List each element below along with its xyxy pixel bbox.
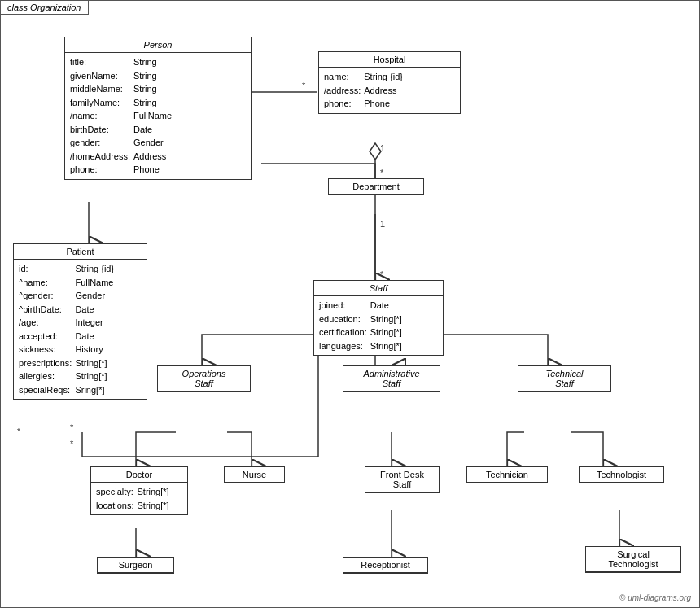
- staff-box: Staff joined:Date education:String[*] ce…: [313, 280, 444, 356]
- department-title: Department: [329, 179, 423, 195]
- front-desk-staff-box: Front Desk Staff: [365, 466, 440, 493]
- hospital-body: name:String {id} /address:Address phone:…: [319, 68, 460, 113]
- copyright-text: © uml-diagrams.org: [619, 593, 691, 602]
- surgical-technologist-title: Surgical Technologist: [586, 547, 680, 572]
- mult-patient-bottom: *: [17, 427, 20, 436]
- technologist-title: Technologist: [580, 467, 663, 483]
- hospital-box: Hospital name:String {id} /address:Addre…: [318, 51, 461, 114]
- surgeon-title: Surgeon: [98, 558, 173, 573]
- person-box: Person title:String givenName:String mid…: [64, 37, 252, 180]
- operations-staff-box: Operations Staff: [157, 365, 251, 392]
- svg-text:1: 1: [380, 219, 385, 229]
- doctor-body: specialty:String[*] locations:String[*]: [91, 483, 187, 514]
- svg-text:*: *: [70, 439, 74, 448]
- front-desk-staff-title: Front Desk Staff: [365, 467, 439, 492]
- svg-text:*: *: [70, 422, 74, 432]
- patient-box: Patient id:String {id} ^name:FullName ^g…: [13, 243, 147, 400]
- nurse-box: Nurse: [224, 466, 285, 483]
- technician-box: Technician: [466, 466, 548, 483]
- staff-title: Staff: [314, 281, 443, 296]
- nurse-title: Nurse: [225, 467, 284, 483]
- department-box: Department: [328, 178, 424, 195]
- svg-text:1: 1: [380, 143, 385, 153]
- patient-body: id:String {id} ^name:FullName ^gender:Ge…: [14, 260, 147, 399]
- svg-text:*: *: [380, 269, 384, 279]
- person-title: Person: [65, 37, 251, 53]
- technician-title: Technician: [467, 467, 547, 483]
- surgical-technologist-box: Surgical Technologist: [585, 546, 681, 573]
- doctor-box: Doctor specialty:String[*] locations:Str…: [90, 466, 188, 515]
- svg-text:*: *: [380, 168, 384, 177]
- diagram-title: class Organization: [1, 1, 89, 15]
- admin-staff-box: Administrative Staff: [343, 365, 440, 392]
- receptionist-box: Receptionist: [343, 557, 428, 574]
- technologist-box: Technologist: [579, 466, 664, 483]
- svg-marker-8: [370, 143, 381, 160]
- diagram-container: class Organization: [0, 0, 700, 608]
- hospital-title: Hospital: [319, 52, 460, 68]
- surgeon-box: Surgeon: [97, 557, 174, 574]
- receptionist-title: Receptionist: [343, 558, 427, 573]
- svg-text:*: *: [302, 81, 306, 90]
- patient-title: Patient: [14, 244, 147, 260]
- doctor-title: Doctor: [91, 467, 187, 483]
- operations-staff-title: Operations Staff: [158, 366, 250, 391]
- technical-staff-title: Technical Staff: [518, 366, 610, 391]
- technical-staff-box: Technical Staff: [518, 365, 611, 392]
- staff-body: joined:Date education:String[*] certific…: [314, 296, 443, 355]
- admin-staff-title: Administrative Staff: [343, 366, 440, 391]
- person-body: title:String givenName:String middleName…: [65, 53, 251, 179]
